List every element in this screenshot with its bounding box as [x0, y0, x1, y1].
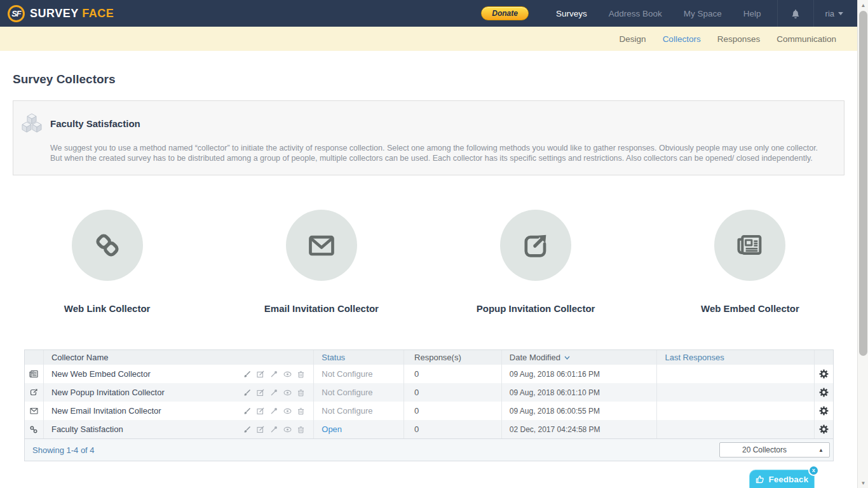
header-collector-name[interactable]: Collector Name [44, 350, 314, 365]
eye-icon[interactable] [283, 371, 292, 377]
row-settings-button[interactable] [815, 402, 833, 420]
collector-circle [714, 210, 785, 281]
page-scrollbar[interactable]: ▲ ▼ [857, 0, 868, 488]
status-badge: Not Configure [322, 388, 372, 397]
sort-descending-icon [564, 356, 570, 360]
edit-icon[interactable] [257, 389, 264, 396]
brush-icon[interactable] [243, 426, 251, 433]
header-label: Last Responses [665, 353, 724, 362]
nav-link-surveys[interactable]: Surveys [556, 9, 587, 18]
header-label: Date Modified [510, 353, 560, 362]
row-settings-button[interactable] [815, 420, 833, 438]
header-label: Status [322, 353, 345, 362]
eye-icon[interactable] [283, 408, 292, 414]
trash-icon[interactable] [297, 389, 304, 396]
newspaper-icon [29, 370, 38, 378]
brand-word-face: FACE [82, 7, 114, 20]
sf-logo-icon: SF [8, 5, 25, 22]
brand-word-survey: SURVEY [30, 7, 79, 20]
envelope-icon [30, 407, 38, 414]
pen-icon[interactable] [270, 426, 278, 433]
tab-responses[interactable]: Responses [717, 34, 761, 44]
row-settings-button[interactable] [815, 365, 833, 383]
nav-link-my-space[interactable]: My Space [684, 9, 722, 18]
close-icon[interactable]: x [808, 465, 819, 476]
row-settings-button[interactable] [815, 383, 833, 402]
table-footer: Showing 1-4 of 4 20 Collectors ▲ [25, 438, 833, 461]
response-count: 0 [414, 406, 419, 416]
feedback-label: Feedback [769, 475, 808, 484]
trash-icon[interactable] [297, 426, 304, 433]
table-row[interactable]: New Popup Invitation Collector Not Confi… [25, 383, 833, 402]
header-status[interactable]: Status [314, 350, 404, 365]
date-modified: 09 Aug, 2018 06:01:16 PM [510, 370, 600, 379]
nav-link-help[interactable]: Help [743, 9, 761, 18]
collector-name[interactable]: New Popup Invitation Collector [51, 388, 165, 397]
chain-link-icon [90, 227, 125, 263]
pen-icon[interactable] [270, 370, 278, 378]
pen-icon[interactable] [270, 407, 278, 415]
brand-logo[interactable]: SF SURVEY FACE [8, 5, 114, 22]
web-embed-collector-option[interactable]: Web Embed Collector [643, 210, 857, 314]
username: ria [825, 9, 834, 18]
response-count: 0 [414, 388, 419, 397]
table-row[interactable]: Faculty Satisfaction Open 0 02 Dec, 2017… [25, 420, 833, 438]
eye-icon[interactable] [283, 390, 292, 396]
collector-name[interactable]: New Email Invitation Collector [51, 406, 161, 416]
tab-collectors[interactable]: Collectors [663, 34, 701, 44]
date-modified: 09 Aug, 2018 06:01:10 PM [510, 388, 600, 397]
page-size-select[interactable]: 20 Collectors ▲ [719, 442, 830, 458]
tab-communication[interactable]: Communication [776, 34, 836, 44]
user-menu[interactable]: ria [814, 9, 848, 18]
notifications-button[interactable] [777, 0, 814, 27]
header-last-responses[interactable]: Last Responses [657, 350, 815, 365]
navbar-right: Donate Surveys Address Book My Space Hel… [481, 0, 848, 27]
brand-name: SURVEY FACE [30, 7, 114, 20]
scroll-down-arrow-icon[interactable]: ▼ [858, 478, 868, 488]
trash-icon[interactable] [297, 370, 304, 378]
nav-link-address-book[interactable]: Address Book [609, 9, 662, 18]
feedback-button[interactable]: Feedback x [750, 470, 814, 488]
web-link-collector-option[interactable]: Web Link Collector [0, 210, 214, 314]
row-actions [243, 389, 304, 396]
edit-icon[interactable] [257, 407, 264, 415]
page: SF SURVEY FACE Donate Surveys Address Bo… [0, 0, 857, 488]
collector-type-label: Email Invitation Collector [264, 303, 379, 314]
brush-icon[interactable] [243, 389, 251, 396]
table-row[interactable]: New Email Invitation Collector Not Confi… [25, 402, 833, 420]
external-link-icon [518, 227, 553, 263]
brush-icon[interactable] [243, 370, 251, 378]
edit-icon[interactable] [257, 370, 264, 378]
trash-icon[interactable] [297, 407, 304, 415]
edit-icon[interactable] [257, 426, 264, 433]
showing-count: Showing 1-4 of 4 [32, 445, 95, 455]
newspaper-icon [732, 227, 768, 263]
donate-button[interactable]: Donate [481, 6, 529, 20]
collectors-table: Collector Name Status Response(s) Date M… [24, 349, 834, 461]
status-badge[interactable]: Open [322, 424, 342, 434]
email-invitation-collector-option[interactable]: Email Invitation Collector [214, 210, 428, 314]
header-icon-column [25, 350, 44, 365]
table-row[interactable]: New Web Embed Collector Not Configure 0 … [25, 365, 833, 383]
scroll-up-arrow-icon[interactable]: ▲ [858, 0, 868, 10]
popup-invitation-collector-option[interactable]: Popup Invitation Collector [429, 210, 643, 314]
scrollbar-thumb[interactable] [859, 11, 867, 356]
date-modified: 02 Dec, 2017 04:24:58 PM [510, 425, 600, 434]
header-date-modified[interactable]: Date Modified [502, 350, 658, 365]
cubes-icon [21, 112, 43, 134]
tab-design[interactable]: Design [620, 34, 646, 44]
collector-name[interactable]: New Web Embed Collector [51, 369, 151, 379]
pen-icon[interactable] [270, 389, 278, 396]
row-actions [243, 426, 304, 433]
response-count: 0 [414, 424, 419, 434]
eye-icon[interactable] [283, 426, 292, 433]
header-settings-column [815, 350, 833, 365]
survey-name: Faculty Satisfaction [50, 118, 140, 129]
response-count: 0 [414, 369, 419, 379]
collector-type-label: Web Embed Collector [701, 303, 799, 314]
collector-name[interactable]: Faculty Satisfaction [51, 424, 123, 434]
brush-icon[interactable] [243, 407, 251, 415]
header-responses[interactable]: Response(s) [404, 350, 502, 365]
table-header-row: Collector Name Status Response(s) Date M… [25, 350, 833, 365]
status-badge: Not Configure [322, 369, 372, 379]
